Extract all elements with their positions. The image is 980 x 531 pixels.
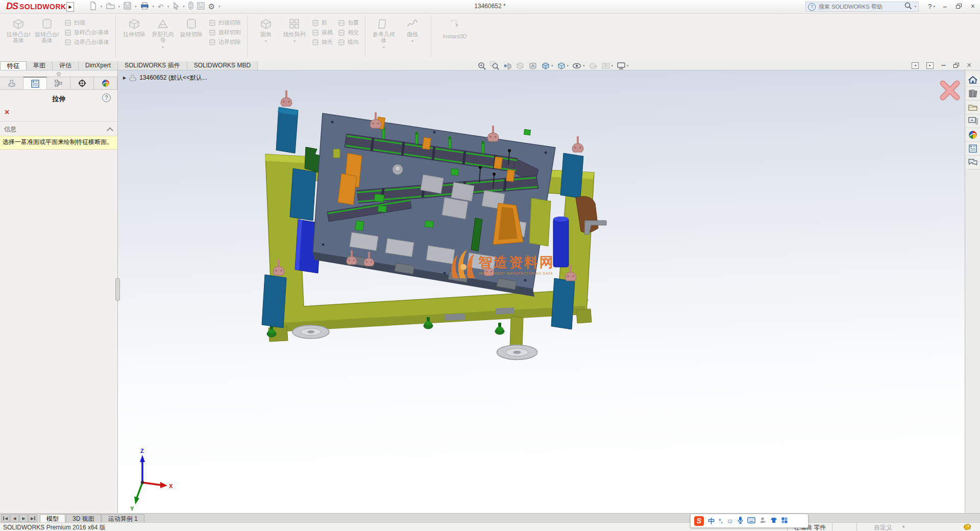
select-cursor-icon[interactable]: [173, 2, 179, 12]
settings-gear-icon[interactable]: ⚙: [208, 3, 215, 10]
search-dropdown-icon[interactable]: ▾: [914, 5, 916, 9]
instant3d-button[interactable]: Instant3D: [436, 16, 474, 39]
view-orientation-dropdown-icon[interactable]: ▾: [551, 64, 553, 68]
scroll-prev-button[interactable]: ◀: [10, 514, 19, 522]
view-settings-icon[interactable]: ▾: [617, 61, 629, 70]
tab-model[interactable]: 模型: [40, 514, 65, 523]
hide-show-dropdown-icon[interactable]: ▾: [583, 64, 585, 68]
scroll-next-button[interactable]: ▶: [19, 514, 28, 522]
wrap-button[interactable]: 包覆: [338, 19, 359, 27]
save-icon[interactable]: [124, 2, 131, 12]
annotation-views-icon[interactable]: A: [528, 61, 537, 70]
confirmation-corner-cancel-icon[interactable]: [939, 79, 961, 102]
ime-skin-icon[interactable]: [770, 516, 777, 525]
hide-show-items-icon[interactable]: ▾: [572, 61, 585, 70]
hole-wizard-dropdown-icon[interactable]: ▾: [162, 45, 164, 50]
customize-menu[interactable]: 自定义: [874, 523, 892, 531]
curves-button[interactable]: 曲线 ▾: [399, 16, 426, 43]
intersect-button[interactable]: 相交: [338, 29, 359, 36]
tree-expand-icon[interactable]: ▶: [123, 76, 126, 80]
rib-button[interactable]: 筋: [312, 19, 333, 27]
scroll-last-button[interactable]: ▶: [29, 514, 37, 522]
ime-microphone-icon[interactable]: [738, 516, 743, 526]
minimize-button[interactable]: –: [943, 3, 947, 10]
doc-minimize-button[interactable]: –: [941, 61, 946, 70]
pm-help-icon[interactable]: ?: [102, 93, 111, 102]
swept-cut-button[interactable]: 扫描切除: [209, 19, 241, 27]
sogou-logo-icon[interactable]: S: [694, 516, 704, 526]
ime-punctuation-button[interactable]: °,: [719, 518, 722, 524]
boundary-cut-button[interactable]: 边界切除: [209, 38, 241, 46]
design-library-button[interactable]: [966, 87, 980, 101]
panel-grab-handle[interactable]: [0, 70, 117, 77]
ime-account-icon[interactable]: [760, 516, 766, 525]
feature-tree-root-label[interactable]: 13460652 (默认<<默认...: [139, 74, 207, 82]
previous-view-icon[interactable]: [503, 61, 512, 70]
display-style-icon[interactable]: ▾: [557, 61, 569, 70]
home-button[interactable]: [966, 73, 980, 87]
ime-emoji-button[interactable]: ☺: [726, 518, 733, 524]
search-box[interactable]: ? ▾: [805, 2, 919, 12]
revolved-boss-button[interactable]: 旋转凸台/基体: [33, 16, 61, 43]
appearances-button[interactable]: [966, 128, 980, 142]
tab-feature-manager[interactable]: [0, 77, 23, 89]
close-button[interactable]: ×: [971, 2, 975, 10]
file-explorer-button[interactable]: [966, 101, 980, 114]
apply-scene-icon[interactable]: ▾: [601, 61, 614, 70]
edit-appearance-icon[interactable]: [589, 61, 598, 70]
apply-scene-dropdown-icon[interactable]: ▾: [611, 64, 614, 68]
forum-button[interactable]: [966, 156, 980, 170]
tab-configuration-manager[interactable]: [47, 77, 70, 89]
ime-chinese-mode-button[interactable]: 中: [708, 518, 715, 524]
reference-geometry-dropdown-icon[interactable]: ▾: [383, 45, 385, 50]
lofted-cut-button[interactable]: 放样切割: [209, 29, 241, 36]
restore-button[interactable]: [956, 4, 962, 9]
print-dropdown-icon[interactable]: ▾: [153, 5, 155, 9]
zoom-to-area-icon[interactable]: [490, 61, 499, 70]
tab-motion-study[interactable]: 运动算例 1: [102, 514, 144, 523]
tab-evaluate[interactable]: 评估: [53, 61, 79, 70]
tab-addins[interactable]: SOLIDWORKS 插件: [118, 61, 187, 70]
message-group-header[interactable]: 信息: [0, 123, 117, 136]
collapse-pane-right-icon[interactable]: ▸: [926, 62, 934, 69]
hole-wizard-button[interactable]: 异型孔向导 ▾: [149, 16, 177, 50]
feature-tree-root[interactable]: ▶ 13460652 (默认<<默认...: [123, 74, 207, 82]
view-palette-button[interactable]: [966, 114, 980, 128]
tab-dimxpert-manager[interactable]: [70, 77, 94, 89]
panel-splitter-handle[interactable]: [115, 278, 120, 301]
scroll-first-button[interactable]: ◀: [1, 514, 10, 522]
extruded-cut-button[interactable]: 拉伸切除: [120, 16, 148, 37]
collapse-pane-left-icon[interactable]: ◂: [912, 62, 919, 69]
save-dropdown-icon[interactable]: ▾: [135, 5, 137, 9]
tag-icon[interactable]: [964, 523, 971, 531]
undo-dropdown-icon[interactable]: ▾: [167, 5, 169, 9]
tab-display-manager[interactable]: [94, 77, 117, 89]
new-document-icon[interactable]: [89, 2, 97, 12]
boundary-boss-button[interactable]: 边界凸台/基体: [64, 38, 109, 46]
tab-sketch[interactable]: 草图: [27, 61, 53, 70]
search-input[interactable]: [818, 3, 902, 10]
lofted-boss-button[interactable]: 放样凸台/基体: [64, 29, 109, 36]
linear-pattern-dropdown-icon[interactable]: ▾: [293, 39, 296, 43]
open-dropdown-icon[interactable]: ▾: [118, 5, 120, 9]
display-style-dropdown-icon[interactable]: ▾: [567, 64, 569, 68]
reference-geometry-button[interactable]: 参考几何体 ▾: [370, 16, 398, 50]
extruded-boss-button[interactable]: 拉伸凸台/基体: [5, 16, 32, 43]
selection-filter-icon[interactable]: [188, 2, 193, 12]
revolved-cut-button[interactable]: 旋转切除: [178, 16, 205, 37]
doc-close-button[interactable]: ×: [967, 61, 971, 70]
ime-toolbox-icon[interactable]: [781, 516, 788, 525]
menu-expand-button[interactable]: ▶: [66, 2, 74, 12]
new-dropdown-icon[interactable]: ▾: [101, 5, 103, 9]
curves-dropdown-icon[interactable]: ▾: [411, 39, 413, 43]
view-settings-dropdown-icon[interactable]: ▾: [627, 64, 629, 68]
doc-restore-button[interactable]: [953, 63, 959, 68]
zoom-to-fit-icon[interactable]: [477, 61, 486, 70]
fillet-dropdown-icon[interactable]: ▾: [265, 39, 267, 43]
ime-keyboard-icon[interactable]: [747, 516, 755, 525]
tab-dimxpert[interactable]: DimXpert: [79, 61, 118, 70]
shell-button[interactable]: 抽壳: [312, 38, 333, 46]
3d-model[interactable]: 智造资料网 INTELLIGENT MANUFACTURING DATA Z X…: [118, 70, 965, 513]
tab-property-manager[interactable]: [23, 77, 47, 89]
options-report-icon[interactable]: [197, 2, 205, 12]
